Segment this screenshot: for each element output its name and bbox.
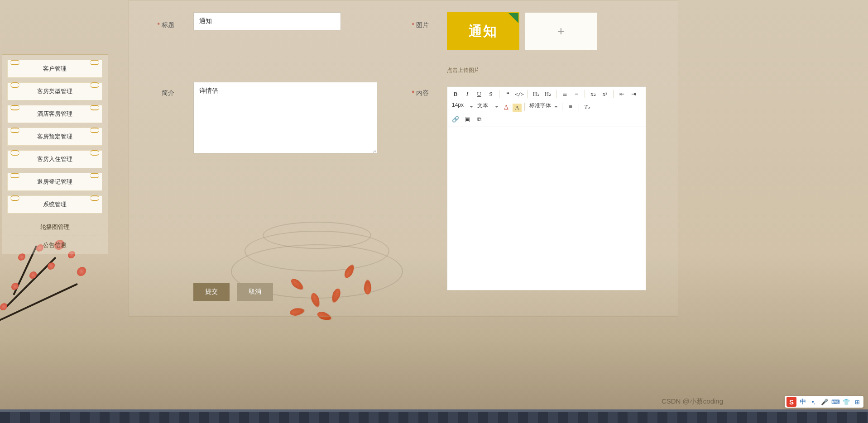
watermark-text: CSDN @小蔡coding — [662, 397, 723, 406]
code-icon[interactable]: </> — [514, 89, 525, 100]
content-label: 内容 — [411, 89, 429, 97]
indent-decrease-icon[interactable]: ⇤ — [616, 89, 627, 100]
font-family-select[interactable]: 标准字体 — [528, 102, 559, 112]
roof-decoration — [0, 409, 868, 423]
ime-skin-icon[interactable]: 👕 — [842, 397, 851, 406]
bold-icon[interactable]: B — [450, 89, 461, 100]
strike-icon[interactable]: S — [485, 89, 496, 100]
sidebar-item-label: 客房预定管理 — [37, 133, 72, 141]
superscript-icon[interactable]: x² — [599, 89, 610, 100]
plus-icon: + — [557, 24, 565, 38]
sidebar-sub-carousel[interactable]: 轮播图管理 — [10, 218, 100, 236]
cancel-button[interactable]: 取消 — [237, 283, 273, 301]
h1-icon[interactable]: H₁ — [531, 89, 542, 100]
title-label: 标题 — [156, 21, 174, 29]
ordered-list-icon[interactable]: ≣ — [559, 89, 570, 100]
sidebar-item-label: 退房登记管理 — [37, 178, 72, 186]
editor-toolbar: B I U S ❝ </> H₁ H₂ ≣ ≡ x₂ x² ⇤ ⇥ 14px 文… — [447, 87, 646, 127]
sidebar-item-checkin[interactable]: 客房入住管理 — [7, 150, 102, 168]
font-kind-select[interactable]: 文本 — [475, 102, 500, 112]
intro-label: 简介 — [156, 89, 174, 97]
image-label: 图片 — [411, 21, 429, 29]
sidebar-item-system[interactable]: 系统管理 — [7, 195, 102, 214]
sidebar: 客户管理 客房类型管理 酒店客房管理 客房预定管理 客房入住管理 退房登记管理 … — [2, 54, 108, 254]
clear-format-icon[interactable]: Tₓ — [582, 101, 593, 112]
sidebar-sub-label: 公告信息 — [43, 242, 67, 248]
ime-lang-button[interactable]: 中 — [798, 397, 807, 406]
sidebar-sub-label: 轮播图管理 — [40, 223, 70, 230]
link-icon[interactable]: 🔗 — [450, 114, 461, 125]
underline-icon[interactable]: U — [474, 89, 484, 100]
form-panel: 标题 图片 通知 + 点击上传图片 简介 内容 B I U S ❝ </> — [129, 0, 678, 317]
sidebar-item-reservation[interactable]: 客房预定管理 — [7, 128, 102, 146]
sidebar-sub-announcement[interactable]: 公告信息 — [10, 236, 100, 254]
indent-increase-icon[interactable]: ⇥ — [628, 89, 639, 100]
sidebar-item-customer[interactable]: 客户管理 — [7, 60, 102, 78]
italic-icon[interactable]: I — [462, 89, 473, 100]
sidebar-item-label: 酒店客房管理 — [37, 110, 72, 118]
h2-icon[interactable]: H₂ — [542, 89, 553, 100]
image-icon[interactable]: ▣ — [462, 114, 473, 125]
sidebar-item-checkout[interactable]: 退房登记管理 — [7, 173, 102, 191]
font-color-icon[interactable]: A — [501, 101, 512, 112]
sidebar-item-room-type[interactable]: 客房类型管理 — [7, 82, 102, 100]
ime-toolbar: S 中 •, 🎤 ⌨ 👕 ⊞ — [785, 396, 863, 408]
ime-punct-icon[interactable]: •, — [809, 397, 818, 406]
sidebar-item-label: 客房入住管理 — [37, 155, 72, 163]
bg-color-icon[interactable]: A — [513, 104, 522, 112]
image-thumbnail[interactable]: 通知 — [447, 12, 519, 50]
font-size-select[interactable]: 14px — [450, 102, 475, 112]
image-hint: 点击上传图片 — [447, 67, 480, 74]
ime-toolbox-icon[interactable]: ⊞ — [853, 397, 862, 406]
sidebar-item-label: 系统管理 — [43, 200, 67, 209]
image-add-button[interactable]: + — [525, 12, 597, 50]
unordered-list-icon[interactable]: ≡ — [571, 89, 582, 100]
sidebar-item-label: 客房类型管理 — [37, 87, 72, 95]
editor-content[interactable] — [447, 127, 646, 290]
image-corner-badge — [508, 13, 518, 23]
image-thumbnail-text: 通知 — [469, 22, 498, 41]
intro-textarea[interactable] — [193, 82, 377, 153]
submit-button[interactable]: 提交 — [193, 283, 230, 301]
title-input[interactable] — [193, 12, 341, 30]
subscript-icon[interactable]: x₂ — [588, 89, 599, 100]
rich-text-editor: B I U S ❝ </> H₁ H₂ ≣ ≡ x₂ x² ⇤ ⇥ 14px 文… — [447, 86, 646, 290]
align-icon[interactable]: ≡ — [565, 101, 576, 112]
sidebar-item-hotel-room[interactable]: 酒店客房管理 — [7, 105, 102, 123]
video-icon[interactable]: ⧉ — [474, 114, 484, 125]
ime-logo-icon[interactable]: S — [786, 397, 796, 407]
sidebar-item-label: 客户管理 — [43, 65, 67, 73]
quote-icon[interactable]: ❝ — [502, 89, 513, 100]
ime-mic-icon[interactable]: 🎤 — [820, 397, 829, 406]
ime-keyboard-icon[interactable]: ⌨ — [831, 397, 840, 406]
